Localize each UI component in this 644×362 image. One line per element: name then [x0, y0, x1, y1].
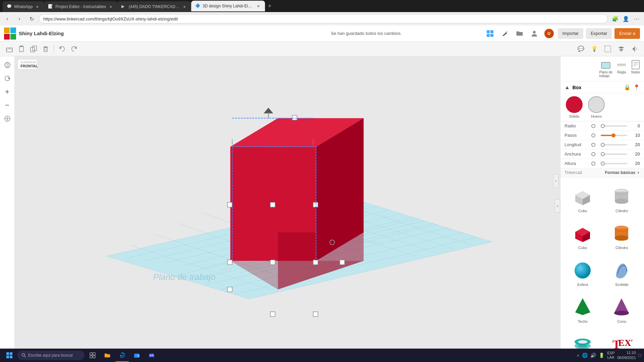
box-expand-icon[interactable]: ▲	[565, 84, 570, 90]
altura-property: Altura 20	[560, 159, 644, 168]
paste-tool-button[interactable]	[16, 44, 27, 54]
zoom-plus-button[interactable]: +	[1, 86, 13, 98]
box-title: Box	[573, 85, 621, 90]
start-button[interactable]	[3, 349, 16, 362]
workplane-label: Plano detrabajo	[599, 70, 612, 78]
pasos-slider[interactable]	[601, 135, 627, 136]
longitud-slider[interactable]	[601, 144, 627, 145]
shape-text3d[interactable]: T EXT	[604, 329, 640, 351]
exportar-button[interactable]: Exportar	[586, 28, 612, 39]
pasos-dot[interactable]	[591, 133, 595, 137]
solid-option[interactable]: Sólido	[566, 96, 583, 118]
anchura-slider[interactable]	[601, 154, 627, 155]
svg-rect-65	[227, 260, 232, 264]
grid-view-button[interactable]	[484, 27, 496, 40]
battery-icon[interactable]: 🔋	[599, 353, 604, 358]
projects-button[interactable]	[514, 27, 526, 40]
longitud-dot[interactable]	[591, 143, 595, 147]
shape-cilindro-grey[interactable]: Cilindro	[604, 181, 640, 216]
browser-chrome: 💬 WhatsApp ✕ 📝 Project Editor - Instruct…	[0, 0, 644, 25]
canvas-3d: Plano de trabajo	[15, 56, 560, 351]
delete-button[interactable]	[40, 44, 51, 54]
shape-scribble[interactable]: Scribble	[604, 255, 640, 289]
taskbar-search[interactable]: Escribe aquí para buscar	[17, 351, 85, 360]
language-indicator[interactable]: ESP LAA	[607, 351, 614, 360]
shape-techo[interactable]: Techo	[565, 292, 601, 326]
tab-instructables[interactable]: 📝 Project Editor - Instructables ✕	[44, 1, 117, 12]
panel-collapse-button[interactable]: ›	[555, 199, 560, 213]
altura-dot[interactable]	[591, 162, 595, 166]
tab-whatsapp[interactable]: 💬 WhatsApp ✕	[3, 1, 44, 12]
radio-dot[interactable]	[591, 124, 595, 128]
shape-esfera[interactable]: Esfera	[565, 255, 601, 289]
light-button[interactable]: 💡	[589, 44, 600, 54]
box-location-icon[interactable]: 📍	[633, 84, 640, 90]
expand-panel-button[interactable]: ›	[553, 174, 558, 188]
build-button[interactable]	[499, 27, 511, 40]
workplane-tool-button[interactable]	[4, 44, 15, 54]
shape-cubo-grey[interactable]: Cubo	[565, 181, 601, 216]
user-avatar[interactable]: U	[543, 27, 555, 40]
altura-slider[interactable]	[601, 163, 627, 164]
svg-rect-14	[44, 48, 47, 52]
task-view-button[interactable]	[86, 349, 99, 362]
profile-button[interactable]: 👤	[621, 14, 631, 23]
sound-icon[interactable]: 🔊	[590, 353, 596, 358]
cilindro-grey-label: Cilindro	[615, 209, 628, 213]
redo-button[interactable]	[69, 44, 79, 54]
address-input[interactable]: https://www.tinkercad.com/things/bjlOu9X…	[39, 14, 608, 23]
zoom-button[interactable]	[130, 349, 144, 362]
shape-torus[interactable]	[565, 329, 601, 351]
refresh-button[interactable]: ↻	[27, 14, 36, 23]
svg-rect-61	[292, 115, 297, 120]
box-lock-icon[interactable]: 🔒	[624, 84, 631, 90]
duplicate-button[interactable]	[28, 44, 39, 54]
home-view-button[interactable]	[1, 59, 13, 71]
shape-cilindro-orange[interactable]: Cilindro	[604, 218, 640, 252]
canvas-area[interactable]: SUPERIOR FRONTAL	[15, 56, 560, 351]
tab-tinkercad[interactable]: 🔷 3D design Shiny Lahdi-Elzing | Ti... ✕	[191, 1, 265, 11]
svg-rect-19	[605, 46, 611, 52]
cono-label: Cono	[618, 319, 626, 323]
rotate-view-button[interactable]	[1, 72, 13, 84]
anchura-dot[interactable]	[591, 152, 595, 156]
comment-button[interactable]: 💬	[576, 44, 586, 54]
tab-tinkercad-close[interactable]: ✕	[256, 3, 261, 9]
hole-option[interactable]: Hueco	[588, 96, 605, 118]
forward-button[interactable]: ›	[15, 14, 24, 23]
align-button[interactable]	[616, 44, 627, 54]
edge-browser-button[interactable]	[115, 349, 129, 362]
dropdown-arrow-icon: ▼	[637, 171, 640, 175]
panel-workplane-button[interactable]: Plano detrabajo	[598, 58, 614, 79]
systray-up-arrow[interactable]: ∧	[577, 353, 579, 358]
zoom-minus-button[interactable]: −	[1, 99, 13, 111]
category-dropdown[interactable]: Formas básicas ▼	[605, 170, 640, 175]
shape-cubo-red[interactable]: Cubo	[565, 218, 601, 252]
view-label-text: FRONTAL	[20, 64, 35, 68]
file-explorer-button[interactable]	[101, 349, 114, 362]
network-icon[interactable]: 🌐	[582, 353, 588, 358]
svg-rect-4	[487, 30, 490, 33]
tab-instructables-close[interactable]: ✕	[108, 4, 113, 9]
select-box-button[interactable]	[602, 44, 613, 54]
browser-menu-button[interactable]: ⋯	[632, 14, 641, 23]
extensions-button[interactable]: 🧩	[610, 14, 620, 23]
mirror-button[interactable]	[629, 44, 640, 54]
radio-slider[interactable]	[601, 125, 627, 127]
enviar-a-button[interactable]: Enviar a	[614, 28, 640, 39]
discord-button[interactable]	[145, 349, 158, 362]
back-button[interactable]: ‹	[3, 14, 12, 23]
altura-value: 20	[630, 161, 640, 166]
shape-cono[interactable]: Cono	[604, 292, 640, 326]
tab-youtube[interactable]: ▶ (445) DADO TINKERCAD - YouTu... ✕	[117, 1, 191, 12]
panel-notes-button[interactable]: Notes	[629, 58, 642, 79]
tab-youtube-close[interactable]: ✕	[182, 4, 187, 9]
tab-add-button[interactable]: +	[265, 1, 274, 11]
notification-button[interactable]: □	[639, 353, 641, 358]
account-button[interactable]	[528, 27, 540, 40]
importar-button[interactable]: Importar	[558, 28, 583, 39]
tab-whatsapp-close[interactable]: ✕	[35, 4, 40, 9]
panel-ruler-button[interactable]: Regla	[615, 58, 628, 79]
zoom-fit-button[interactable]	[1, 113, 13, 125]
undo-button[interactable]	[57, 44, 67, 54]
